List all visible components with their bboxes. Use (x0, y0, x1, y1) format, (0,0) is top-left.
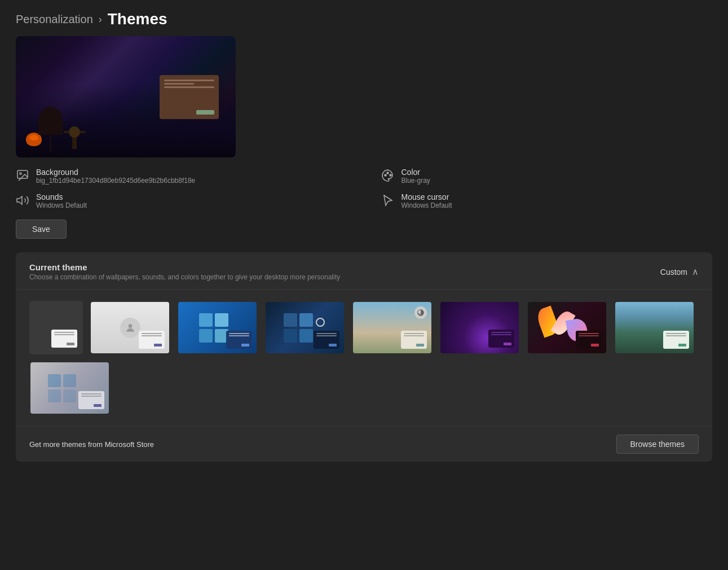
theme-petals[interactable] (527, 301, 607, 354)
glow-dialog (488, 330, 514, 348)
nature-dialog (401, 331, 427, 349)
theme-swirl-bg (30, 362, 109, 414)
swirl-logo (48, 374, 76, 402)
dialog-line-2 (164, 83, 194, 85)
theme-preview (16, 36, 236, 157)
avatar-icon (120, 318, 140, 338)
sounds-icon (16, 194, 29, 207)
mouse-info[interactable]: Mouse cursor Windows Default (381, 192, 713, 209)
theme-win11dark[interactable] (264, 301, 345, 354)
breadcrumb: Personalization › Themes (0, 0, 728, 36)
dialog-btn (504, 343, 511, 345)
dialog-btn (329, 344, 337, 347)
dialog-line (81, 396, 102, 397)
landscape-dialog (663, 331, 689, 349)
store-text: Get more themes from Microsoft Store (29, 440, 154, 449)
dialog-line (579, 333, 599, 334)
dialog-line (579, 335, 599, 336)
background-text: Background big_1fb1d94be17304d80eb9245d6… (36, 168, 195, 185)
theme-nature-bg (353, 302, 431, 353)
custom-dialog (51, 330, 77, 348)
color-info[interactable]: Color Blue-gray (381, 168, 713, 185)
dialog-line (666, 333, 686, 334)
section-subtitle: Choose a combination of wallpapers, soun… (29, 273, 340, 281)
section-footer: Get more themes from Microsoft Store Bro… (16, 426, 712, 462)
mouse-icon (381, 194, 395, 207)
save-button[interactable]: Save (16, 220, 67, 239)
darkblue-dialog (314, 331, 339, 349)
theme-win11blue-bg (178, 302, 257, 353)
info-grid: Background big_1fb1d94be17304d80eb9245d6… (16, 168, 712, 209)
page-title: Themes (108, 10, 167, 28)
background-info[interactable]: Background big_1fb1d94be17304d80eb9245d6… (16, 168, 347, 185)
preview-background (16, 36, 236, 157)
location-indicator (316, 318, 325, 327)
browse-themes-button[interactable]: Browse themes (616, 435, 699, 454)
dialog-btn (154, 344, 162, 347)
color-label: Color (401, 168, 430, 177)
dialog-line (404, 335, 424, 336)
win11-logo (199, 313, 228, 343)
mouse-label: Mouse cursor (401, 192, 452, 201)
dialog-line (491, 334, 511, 335)
dialog-btn (591, 344, 599, 347)
theme-nature[interactable] (352, 301, 433, 354)
dialog-line (229, 335, 249, 336)
breadcrumb-parent[interactable]: Personalization (16, 13, 93, 26)
dialog-line (491, 332, 511, 333)
dialog-line (316, 333, 337, 334)
theme-win11blue[interactable] (177, 301, 258, 354)
dialog-line (666, 335, 686, 336)
sounds-info[interactable]: Sounds Windows Default (16, 192, 347, 209)
theme-glow[interactable] (439, 301, 520, 354)
theme-custom[interactable] (29, 301, 83, 354)
dialog-line (54, 332, 74, 333)
color-value: Blue-gray (401, 177, 430, 185)
svg-point-5 (128, 324, 132, 328)
color-text: Color Blue-gray (401, 168, 430, 185)
theme-landscape[interactable] (614, 301, 695, 354)
background-icon (16, 169, 29, 182)
mouse-value: Windows Default (401, 201, 452, 209)
theme-light[interactable] (90, 301, 170, 354)
theme-landscape-bg (615, 302, 694, 353)
preview-tree (50, 107, 51, 152)
dialog-btn (94, 404, 102, 407)
main-content: Background big_1fb1d94be17304d80eb9245d6… (0, 36, 728, 462)
dialog-line-1 (164, 80, 214, 81)
dialog-btn (416, 344, 424, 347)
dialog-line (404, 333, 424, 334)
dialog-line (54, 334, 74, 335)
dialog-btn (241, 344, 249, 347)
svg-point-1 (20, 173, 21, 174)
section-header-right: Custom ∧ (660, 266, 699, 277)
theme-glow-bg (440, 302, 519, 353)
theme-win11dark-bg (266, 302, 344, 353)
theme-light-bg (91, 302, 169, 353)
dialog-line (316, 335, 337, 336)
nature-icon (414, 306, 427, 319)
preview-scarecrow (72, 126, 77, 149)
themes-grid (16, 290, 712, 426)
theme-swirl[interactable] (29, 361, 110, 415)
svg-point-3 (387, 172, 389, 174)
chevron-up-icon: ∧ (692, 266, 699, 277)
dialog-line (142, 333, 162, 334)
background-value: big_1fb1d94be17304d80eb9245d6ee9b2b6cbb8… (36, 177, 195, 185)
dialog-button (196, 110, 214, 115)
svg-point-2 (385, 174, 386, 176)
breadcrumb-separator: › (99, 14, 102, 25)
theme-petals-bg (528, 302, 606, 353)
blue-dialog (226, 331, 252, 349)
section-header[interactable]: Current theme Choose a combination of wa… (16, 252, 712, 290)
sounds-label: Sounds (36, 192, 87, 201)
dialog-btn (678, 344, 686, 347)
light-dialog (139, 331, 165, 349)
swirl-dialog (78, 391, 104, 409)
dialog-btn (67, 343, 74, 345)
current-theme-section: Current theme Choose a combination of wa… (16, 252, 712, 462)
mouse-text: Mouse cursor Windows Default (401, 192, 452, 209)
dialog-line-3 (164, 86, 214, 88)
petals-dialog (576, 331, 602, 349)
background-label: Background (36, 168, 195, 177)
